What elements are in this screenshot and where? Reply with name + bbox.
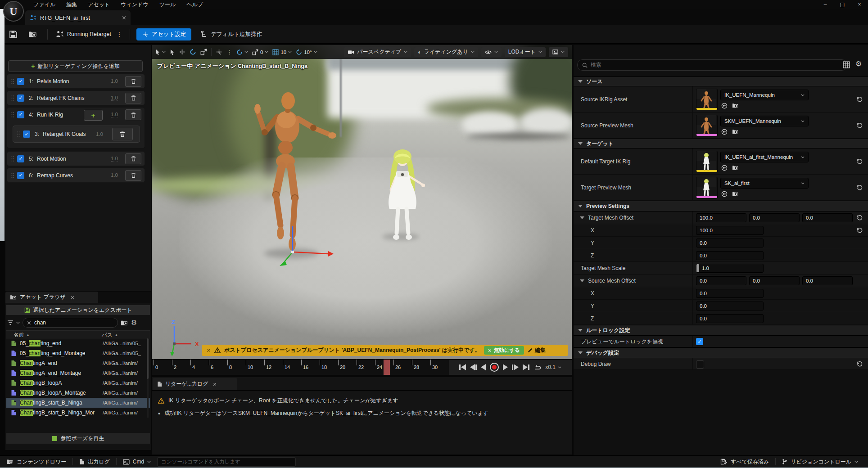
op-weight[interactable]: 1.0 [111, 156, 118, 162]
tmo-z-sub-field[interactable]: 0.0 [696, 251, 764, 260]
smo-z-sub-field[interactable]: 0.0 [696, 314, 764, 323]
tmo-y-field[interactable]: 0.0 [749, 213, 800, 222]
drag-grip-icon[interactable] [11, 172, 14, 179]
perspective-dropdown[interactable]: パースペクティブ [344, 47, 411, 57]
debug-draw-checkbox[interactable]: ✓ [696, 360, 704, 369]
op-checkbox[interactable]: ✓ [17, 172, 24, 179]
timeline-playhead[interactable] [384, 360, 390, 375]
cmd-dropdown[interactable]: Cmd [117, 456, 157, 468]
asset-search-input[interactable]: chan [23, 318, 118, 328]
toolbar-more-icon[interactable]: ⋮ [226, 49, 232, 55]
drag-grip-icon[interactable] [11, 78, 14, 85]
reset-property-icon[interactable] [857, 122, 863, 128]
reset-property-icon[interactable] [857, 361, 863, 367]
move-tool-icon[interactable] [179, 49, 185, 55]
smo-z-field[interactable]: 0.0 [802, 276, 853, 285]
op-checkbox[interactable]: ✓ [17, 94, 24, 102]
source-mesh-dropdown[interactable]: SKM_UEFN_Mannequin [720, 116, 809, 126]
reset-property-icon[interactable] [857, 227, 863, 233]
delete-op-button[interactable] [112, 128, 133, 140]
menu-asset[interactable]: アセット [82, 0, 115, 9]
delete-op-button[interactable] [125, 170, 141, 181]
maximize-button[interactable]: ▢ [834, 0, 851, 9]
smo-y-sub-field[interactable]: 0.0 [696, 302, 764, 310]
use-selected-icon[interactable] [721, 191, 728, 197]
section-debug[interactable]: デバッグ設定 [574, 347, 868, 358]
column-path[interactable]: パス▲ [102, 332, 118, 338]
op-row-retarget-fk-chains[interactable]: ✓ 2: Retarget FK Chains 1.0 [7, 90, 145, 105]
asset-settings-button[interactable]: アセット設定 [136, 28, 191, 40]
asset-row[interactable]: ChantingB_loopA_Montage/All/Ga...i/anim/ [6, 388, 150, 398]
rotate-tool-icon[interactable] [190, 49, 196, 55]
timeline-ruler[interactable]: 024681012141618202224262830 [152, 359, 449, 375]
folder-settings-icon[interactable] [121, 320, 128, 326]
menu-tools[interactable]: ツール [154, 0, 181, 9]
loop-icon[interactable] [533, 364, 541, 370]
asset-row[interactable]: ChantingB_start_B_Ninga/All/Ga...i/anim/ [6, 398, 150, 408]
op-weight[interactable]: 1.0 [111, 172, 118, 178]
edit-postprocess-button[interactable]: 編集 [528, 346, 546, 354]
asset-row[interactable]: ChantingB_start_B_Ninga_Mor/All/Ga...i/a… [6, 408, 150, 418]
browse-to-asset-icon[interactable] [732, 191, 739, 197]
console-command-input[interactable]: コンソールコマンドを入力します [157, 457, 296, 467]
section-preview-settings[interactable]: Preview Settings [574, 201, 868, 212]
play-ref-pose-button[interactable]: 参照ポーズを再生 [6, 433, 150, 444]
op-checkbox[interactable]: ✓ [17, 111, 24, 118]
op-weight[interactable]: 1.0 [111, 95, 118, 101]
asset-row[interactable]: ChantingA_end/All/Ga...i/anim/ [6, 358, 150, 368]
tmo-z-field[interactable]: 0.0 [802, 213, 853, 222]
op-checkbox[interactable]: ✓ [17, 155, 24, 162]
smo-x-sub-field[interactable]: 0.0 [696, 289, 764, 298]
step-back-button[interactable] [470, 364, 477, 370]
delete-op-button[interactable] [125, 109, 141, 120]
menu-file[interactable]: ファイル [28, 0, 61, 9]
pivot-icon[interactable] [216, 49, 222, 55]
disable-postprocess-button[interactable]: 無効にする [484, 346, 524, 355]
filter-icon[interactable] [7, 320, 14, 325]
viewport[interactable]: Z X ⋮ 0 [152, 45, 572, 374]
asset-list-scrollbar[interactable] [147, 338, 149, 418]
minimize-button[interactable]: – [817, 0, 834, 9]
close-asset-browser-icon[interactable] [71, 296, 74, 299]
smo-y-field[interactable]: 0.0 [749, 276, 800, 285]
transform-gizmo[interactable] [260, 223, 336, 272]
source-mesh-thumbnail[interactable] [696, 115, 718, 136]
playback-speed-dropdown[interactable]: x0.1 [545, 364, 561, 370]
section-target[interactable]: ターゲット [574, 139, 868, 148]
column-name[interactable]: 名前▲ [14, 332, 30, 338]
record-button[interactable] [490, 363, 499, 372]
select-mode-dropdown[interactable] [155, 49, 166, 55]
drag-grip-icon[interactable] [11, 112, 14, 118]
go-to-start-button[interactable] [459, 364, 466, 370]
op-weight[interactable]: 1.0 [111, 112, 118, 117]
drag-grip-icon[interactable] [17, 131, 20, 137]
delete-op-button[interactable] [125, 153, 141, 164]
ignore-rootlock-checkbox[interactable]: ✓ [696, 338, 703, 345]
op-row-pelvis-motion[interactable]: ✓ 1: Pelvis Motion 1.0 [7, 74, 145, 89]
tab-retarget-log[interactable]: リターゲ...力ログ [153, 378, 237, 390]
reset-property-icon[interactable] [857, 215, 863, 220]
tmo-x-field[interactable]: 100.0 [696, 213, 746, 222]
reset-property-icon[interactable] [857, 158, 863, 164]
smo-x-field[interactable]: 0.0 [696, 276, 746, 285]
default-ops-button[interactable]: デフォルト追加操作 [200, 31, 262, 38]
tmo-y-sub-field[interactable]: 0.0 [696, 238, 764, 248]
grid-snap-dropdown[interactable]: 10 [272, 49, 292, 55]
all-saved-button[interactable]: すべて保存済み [714, 456, 775, 468]
lod-dropdown[interactable]: LODオート [505, 47, 546, 57]
op-row-root-motion[interactable]: ✓ 5: Root Motion 1.0 [7, 151, 145, 166]
asset-row[interactable]: ChantingA_end_Montage/All/Ga...i/anim/ [6, 368, 150, 378]
target-ikrig-thumbnail[interactable] [696, 151, 718, 172]
revision-control-dropdown[interactable]: リビジョンコントロール [776, 456, 864, 468]
scale-tool-icon[interactable] [200, 49, 207, 55]
use-selected-icon[interactable] [721, 103, 728, 109]
menu-edit[interactable]: 編集 [61, 0, 82, 9]
filter-chevron-icon[interactable] [16, 322, 20, 324]
go-to-end-button[interactable] [523, 364, 529, 370]
tmo-x-sub-field[interactable]: 100.0 [696, 226, 764, 235]
asset-row[interactable]: ChantingB_loopA/All/Ga...i/anim/ [6, 378, 150, 388]
section-source[interactable]: ソース [574, 76, 868, 86]
drag-grip-icon[interactable] [11, 95, 14, 101]
op-weight[interactable]: 1.0 [96, 131, 103, 137]
close-log-icon[interactable] [213, 382, 217, 386]
